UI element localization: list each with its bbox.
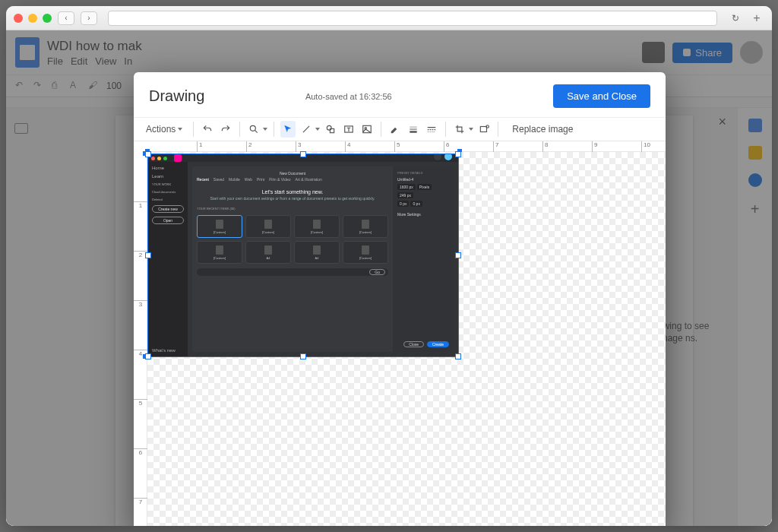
resize-handle-sw[interactable] bbox=[145, 353, 151, 359]
zoom-icon[interactable] bbox=[246, 121, 261, 138]
inner-tab: Print bbox=[257, 177, 264, 182]
image-tool-icon[interactable] bbox=[359, 121, 375, 138]
inner-search-icon bbox=[434, 154, 441, 160]
inner-recent-label: YOUR RECENT ITEMS (30) bbox=[197, 207, 388, 211]
resize-handle-s[interactable] bbox=[300, 353, 306, 359]
inner-tab: Film & Video bbox=[269, 177, 290, 182]
maximize-window-icon[interactable] bbox=[43, 14, 52, 23]
autosave-status: Auto-saved at 16:32:56 bbox=[305, 92, 392, 101]
dialog-header: Drawing Auto-saved at 16:32:56 Save and … bbox=[134, 72, 666, 117]
crop-tool-icon[interactable] bbox=[452, 121, 467, 138]
inner-preset-grid: [Custom] [Custom] [Custom] [Custom] [Cus… bbox=[197, 215, 388, 264]
shape-tool-icon[interactable] bbox=[323, 121, 338, 138]
svg-point-15 bbox=[486, 125, 489, 128]
inner-units: Pixels bbox=[417, 184, 432, 190]
ruler-tick: 3 bbox=[296, 141, 301, 152]
selected-image[interactable]: Home Learn YOUR WORK Cloud documents Del… bbox=[147, 154, 459, 357]
ruler-tick: 8 bbox=[542, 141, 548, 152]
replace-image-menu[interactable]: Replace image bbox=[512, 124, 573, 135]
ruler-tick: 7 bbox=[134, 498, 147, 505]
reset-image-icon[interactable] bbox=[476, 121, 492, 138]
border-dash-icon[interactable] bbox=[424, 121, 439, 138]
chevron-down-icon[interactable] bbox=[469, 128, 473, 131]
inner-tab: Recent bbox=[197, 177, 209, 182]
inner-tab: Mobile bbox=[229, 177, 240, 182]
inner-preset-name: Untitled-4 bbox=[397, 177, 449, 182]
inner-preset-card: [Custom] bbox=[343, 241, 388, 264]
drawing-canvas-area: 1 2 3 4 5 6 7 8 9 10 1 2 3 4 bbox=[134, 141, 666, 526]
save-and-close-button[interactable]: Save and Close bbox=[553, 84, 650, 108]
vertical-ruler: 1 2 3 4 5 6 7 bbox=[134, 152, 147, 526]
separator bbox=[381, 122, 381, 137]
inner-nav-learn: Learn bbox=[152, 174, 184, 179]
inner-create-button: Create bbox=[427, 341, 449, 347]
inserted-image-content: Home Learn YOUR WORK Cloud documents Del… bbox=[148, 154, 458, 356]
ruler-tick: 6 bbox=[134, 448, 147, 456]
inner-bottom-bar: Go bbox=[197, 268, 388, 276]
svg-line-2 bbox=[303, 126, 309, 132]
inner-hero: Let's start something new. Start with yo… bbox=[197, 186, 388, 204]
inner-preset-panel: PRESET DETAILS Untitled-4 1600 pxPixels … bbox=[393, 166, 454, 352]
textbox-tool-icon[interactable] bbox=[341, 121, 356, 138]
nav-forward-button[interactable]: › bbox=[81, 11, 97, 25]
replace-image-label: Replace image bbox=[512, 124, 573, 135]
inner-panel-heading: PRESET DETAILS bbox=[397, 171, 449, 175]
resize-handle-se[interactable] bbox=[455, 353, 461, 359]
inner-width-value: 1600 px bbox=[397, 184, 416, 190]
close-window-icon[interactable] bbox=[14, 14, 23, 23]
resize-handle-n[interactable] bbox=[300, 151, 306, 157]
inner-bleed: 0 px bbox=[410, 201, 422, 207]
border-color-icon[interactable] bbox=[387, 121, 403, 138]
inner-close-button: Close bbox=[403, 341, 424, 347]
ruler-tick: 6 bbox=[444, 141, 449, 152]
inner-tab: Art & Illustration bbox=[296, 177, 322, 182]
inner-preset-card: [Custom] bbox=[197, 241, 242, 264]
horizontal-ruler: 1 2 3 4 5 6 7 8 9 10 bbox=[147, 141, 666, 152]
url-bar[interactable] bbox=[108, 11, 717, 26]
traffic-lights bbox=[14, 14, 52, 23]
inner-go-button: Go bbox=[369, 269, 385, 275]
redo-icon[interactable] bbox=[218, 121, 233, 138]
svg-rect-14 bbox=[481, 127, 487, 132]
actions-label: Actions bbox=[146, 124, 176, 135]
ruler-tick: 2 bbox=[246, 141, 251, 152]
select-tool-icon[interactable] bbox=[280, 121, 296, 138]
inner-nav-deleted: Deleted bbox=[152, 198, 184, 201]
inner-bleed: 0 px bbox=[397, 201, 409, 207]
resize-handle-w[interactable] bbox=[145, 252, 151, 258]
ruler-tick: 10 bbox=[641, 141, 650, 152]
inner-modal-title: New Document bbox=[197, 171, 388, 176]
resize-handle-ne[interactable] bbox=[455, 151, 461, 157]
minimize-window-icon[interactable] bbox=[28, 14, 37, 23]
svg-point-0 bbox=[251, 125, 256, 131]
inner-account-icon bbox=[444, 154, 452, 160]
inner-sidebar: Home Learn YOUR WORK Cloud documents Del… bbox=[148, 162, 188, 356]
inner-preset-card: A4 bbox=[294, 241, 340, 264]
actions-menu[interactable]: Actions bbox=[141, 122, 187, 137]
new-tab-button[interactable]: + bbox=[749, 11, 764, 26]
inner-create-new-button: Create new bbox=[152, 205, 184, 213]
nav-back-button[interactable]: ‹ bbox=[58, 11, 74, 25]
inner-nav-yourwork: YOUR WORK bbox=[152, 182, 184, 186]
chevron-down-icon[interactable] bbox=[315, 128, 320, 131]
resize-handle-e[interactable] bbox=[455, 252, 461, 258]
inner-tabs: Recent Saved Mobile Web Print Film & Vid… bbox=[197, 177, 388, 182]
reload-icon[interactable]: ↻ bbox=[728, 13, 743, 24]
line-tool-icon[interactable] bbox=[299, 121, 314, 138]
docs-app: WDI how to mak File Edit View In Share ↶ bbox=[6, 30, 772, 526]
chevron-down-icon[interactable] bbox=[263, 128, 267, 131]
undo-icon[interactable] bbox=[200, 121, 215, 138]
inner-tab: Web bbox=[245, 177, 252, 182]
separator bbox=[498, 122, 498, 137]
border-weight-icon[interactable] bbox=[406, 121, 421, 138]
ruler-tick: 5 bbox=[394, 141, 400, 152]
separator bbox=[274, 122, 274, 137]
ruler-tick: 1 bbox=[134, 201, 147, 209]
inner-preset-card: [Custom] bbox=[197, 215, 242, 238]
drawing-canvas[interactable]: Home Learn YOUR WORK Cloud documents Del… bbox=[147, 152, 666, 526]
ruler-tick: 4 bbox=[345, 141, 350, 152]
ruler-tick: 1 bbox=[197, 141, 202, 152]
inner-hero-title: Let's start something new. bbox=[197, 189, 388, 195]
ruler-tick: 7 bbox=[493, 141, 498, 152]
resize-handle-nw[interactable] bbox=[145, 151, 151, 157]
